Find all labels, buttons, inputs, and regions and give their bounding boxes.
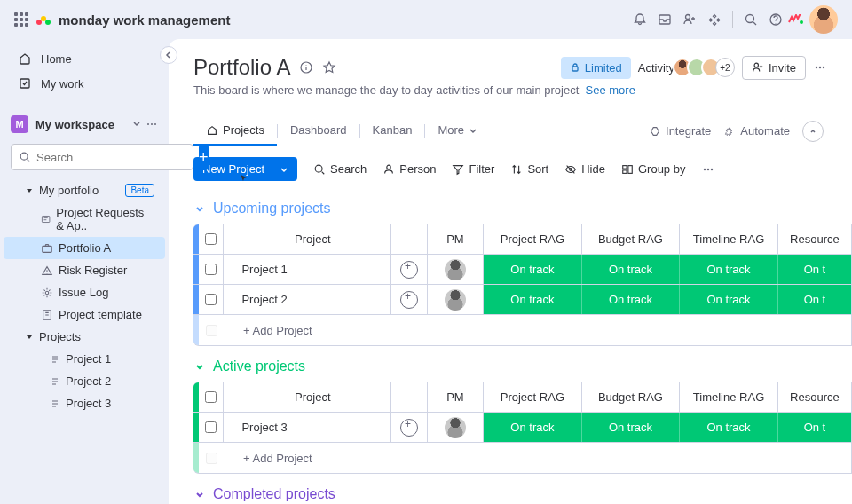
- group-title[interactable]: Active projects: [193, 358, 852, 374]
- tree-item-active[interactable]: Portfolio A: [4, 237, 165, 259]
- cell-conversation[interactable]: [391, 413, 428, 442]
- tab-kanban[interactable]: Kanban: [360, 116, 425, 146]
- invite-button[interactable]: Invite: [742, 56, 806, 80]
- tree-project[interactable]: Project 2: [4, 370, 165, 392]
- toolbar-search[interactable]: Search: [313, 162, 367, 176]
- collapse-header-button[interactable]: [802, 121, 824, 142]
- tree-item[interactable]: Issue Log: [4, 281, 165, 303]
- add-button[interactable]: +: [199, 144, 209, 170]
- select-all-checkbox[interactable]: [199, 224, 224, 254]
- cell-status[interactable]: On t: [778, 285, 851, 314]
- add-project-label[interactable]: + Add Project: [225, 315, 851, 345]
- chevron-down-icon[interactable]: [131, 118, 142, 129]
- cell-status[interactable]: On track: [582, 413, 681, 442]
- col-header[interactable]: Resource: [778, 382, 851, 412]
- tree-project[interactable]: Project 3: [4, 392, 165, 414]
- row-checkbox[interactable]: [199, 255, 224, 284]
- cell-status[interactable]: On track: [484, 255, 582, 284]
- cell-conversation[interactable]: [391, 285, 428, 314]
- cell-name[interactable]: Project 2: [224, 285, 391, 314]
- tab-projects[interactable]: Projects: [193, 116, 277, 146]
- cell-status[interactable]: On track: [484, 285, 582, 314]
- toolbar-sort[interactable]: Sort: [510, 162, 548, 176]
- col-header[interactable]: Timeline RAG: [680, 382, 778, 412]
- col-header[interactable]: Project: [224, 382, 391, 412]
- tree-item[interactable]: Risk Register: [4, 259, 165, 281]
- cell-conversation[interactable]: [391, 255, 428, 284]
- add-project-label[interactable]: + Add Project: [225, 443, 851, 473]
- tree-project[interactable]: Project 1: [4, 348, 165, 370]
- cell-status[interactable]: On t: [778, 413, 851, 442]
- app-menu-icon[interactable]: [14, 12, 28, 27]
- tab-dashboard[interactable]: Dashboard: [278, 116, 359, 146]
- cell-status[interactable]: On track: [582, 285, 681, 314]
- sidebar-search[interactable]: [11, 144, 193, 170]
- see-more-link[interactable]: See more: [586, 83, 635, 97]
- col-header[interactable]: Project RAG: [484, 382, 582, 412]
- col-header[interactable]: Project: [224, 224, 391, 254]
- help-icon[interactable]: [763, 7, 788, 32]
- add-row[interactable]: + Add Project: [193, 443, 851, 473]
- app-logo[interactable]: monday work management: [14, 12, 230, 28]
- more-icon[interactable]: [146, 118, 158, 130]
- workspace-header[interactable]: M My workspace: [0, 110, 169, 138]
- col-header[interactable]: Resource: [778, 224, 851, 254]
- col-header[interactable]: PM: [428, 224, 484, 254]
- sidebar-mywork[interactable]: My work: [4, 71, 165, 96]
- group-title[interactable]: Upcoming projects: [193, 201, 852, 217]
- cell-pm[interactable]: [428, 255, 484, 284]
- row-checkbox[interactable]: [199, 285, 224, 314]
- add-row[interactable]: + Add Project: [193, 315, 851, 345]
- table-row[interactable]: Project 3On trackOn trackOn trackOn t: [193, 413, 851, 443]
- permissions-chip[interactable]: Limited: [561, 57, 631, 79]
- col-header[interactable]: Project RAG: [484, 224, 582, 254]
- automate-button[interactable]: Automate: [723, 124, 790, 138]
- toolbar-filter[interactable]: Filter: [452, 162, 494, 176]
- notifications-icon[interactable]: [627, 7, 652, 32]
- cell-status[interactable]: On track: [484, 413, 582, 442]
- info-icon[interactable]: [299, 60, 313, 75]
- invite-members-icon[interactable]: [677, 7, 702, 32]
- cell-status[interactable]: On track: [680, 413, 778, 442]
- toolbar-hide[interactable]: Hide: [564, 162, 605, 176]
- tree-item[interactable]: Project Requests & Ap..: [4, 201, 165, 237]
- row-checkbox[interactable]: [199, 413, 224, 442]
- group-title[interactable]: Completed projects: [193, 486, 852, 502]
- toolbar-groupby[interactable]: Group by: [621, 162, 685, 176]
- col-header[interactable]: Budget RAG: [582, 382, 681, 412]
- cell-pm[interactable]: [428, 285, 484, 314]
- cell-name[interactable]: Project 1: [224, 255, 391, 284]
- col-header[interactable]: PM: [428, 382, 484, 412]
- integrate-button[interactable]: Integrate: [649, 124, 711, 138]
- monday-brand-icon: [788, 14, 804, 25]
- tab-more[interactable]: More: [425, 116, 490, 146]
- col-header[interactable]: Budget RAG: [582, 224, 681, 254]
- star-icon[interactable]: [322, 60, 336, 75]
- search-input[interactable]: [36, 151, 185, 164]
- cell-status[interactable]: On track: [680, 285, 778, 314]
- table-row[interactable]: Project 1On trackOn trackOn trackOn t: [193, 255, 851, 285]
- cell-status[interactable]: On track: [680, 255, 778, 284]
- cell-status[interactable]: On track: [582, 255, 681, 284]
- user-avatar[interactable]: [809, 5, 838, 34]
- col-header[interactable]: [391, 224, 428, 254]
- cell-name[interactable]: Project 3: [224, 413, 391, 442]
- tree-item[interactable]: Project template: [4, 303, 165, 326]
- search-icon[interactable]: [738, 7, 763, 32]
- more-icon[interactable]: [701, 162, 715, 177]
- sidebar-home[interactable]: Home: [4, 46, 165, 71]
- cell-pm[interactable]: [428, 413, 484, 442]
- tree-portfolio[interactable]: My portfolio Beta: [4, 179, 165, 201]
- collapse-sidebar-button[interactable]: [160, 46, 178, 64]
- activity-button[interactable]: Activity +2: [638, 58, 735, 77]
- col-header[interactable]: Timeline RAG: [680, 224, 778, 254]
- cell-status[interactable]: On t: [778, 255, 851, 284]
- inbox-icon[interactable]: [652, 7, 677, 32]
- apps-icon[interactable]: [702, 7, 727, 32]
- tree-projects[interactable]: Projects: [4, 326, 165, 348]
- select-all-checkbox[interactable]: [199, 382, 224, 412]
- col-header[interactable]: [391, 382, 428, 412]
- toolbar-person[interactable]: Person: [383, 162, 436, 176]
- more-icon[interactable]: [813, 60, 827, 75]
- table-row[interactable]: Project 2On trackOn trackOn trackOn t: [193, 285, 851, 315]
